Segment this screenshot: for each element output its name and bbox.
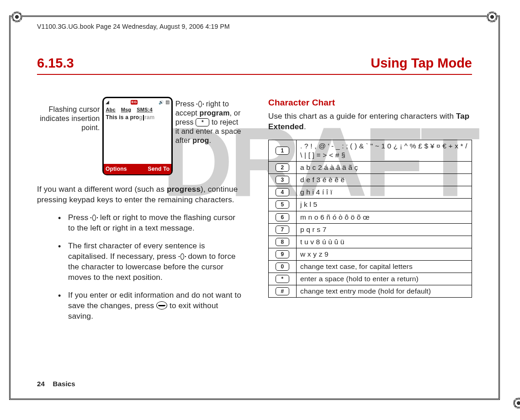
nav-icon <box>196 101 204 107</box>
keypad-key-icon: 3 <box>276 176 289 184</box>
table-row: 4g h i 4 í î ï <box>269 186 472 199</box>
keypad-key-icon: 5 <box>276 200 289 209</box>
list-item: If you enter or edit information and do … <box>48 290 243 322</box>
page-footer: 24 Basics <box>37 379 75 388</box>
status-right: ▥ <box>159 99 169 105</box>
phone-tab: SMS:4 <box>137 106 152 113</box>
binding-text: V1100.3G.UG.book Page 24 Wednesday, Augu… <box>37 23 230 30</box>
value-cell: p q r s 7 <box>297 223 472 236</box>
softkey-left: Options <box>106 165 138 173</box>
key-cell: 0 <box>269 261 297 273</box>
keypad-key-icon: 7 <box>276 226 289 234</box>
section-number: 6.15.3 <box>37 54 74 72</box>
table-row: 1. ? ! , @ ' - _ : ; ( ) & ` " ~ 1 0 ¿ ¡… <box>269 140 472 161</box>
corner-ornament <box>513 398 520 409</box>
left-column: Flashing cursor indicates insertion poin… <box>37 97 243 329</box>
key-cell: 7 <box>269 223 297 236</box>
value-cell: d e f 3 é è ê ë <box>297 174 472 186</box>
table-row: 0change text case, for capital letters <box>269 261 472 273</box>
keypad-key-icon: * <box>276 275 289 283</box>
text: Press <box>68 213 90 222</box>
keypad-key-icon: 2 <box>276 163 289 172</box>
value-cell: w x y z 9 <box>297 248 472 260</box>
key-cell: 8 <box>269 236 297 248</box>
end-call-icon <box>156 301 167 310</box>
value-cell: change text entry mode (hold for default… <box>297 285 472 298</box>
section-heading: 6.15.3 Using Tap Mode <box>37 54 472 72</box>
text: If you want a different word (such as <box>37 185 167 194</box>
keypad-key-icon: 8 <box>276 238 289 246</box>
heading-rule <box>37 74 472 75</box>
paragraph: If you want a different word (such as pr… <box>37 184 243 205</box>
annot-text: . <box>209 136 211 144</box>
phone-softkeys: Options Send To <box>104 164 171 174</box>
nav-icon <box>90 215 98 221</box>
table-row: 5j k l 5 <box>269 199 472 211</box>
table-row: 2a b c 2 á à â ä ã ç <box>269 161 472 173</box>
list-item: The first character of every sentence is… <box>48 241 243 283</box>
value-cell: a b c 2 á à â ä ã ç <box>297 161 472 173</box>
phone-message-area: This is a program <box>104 113 171 164</box>
key-cell: 2 <box>269 161 297 173</box>
bullet-list: Press left or right to move the flashing… <box>37 213 243 321</box>
predicted-char: g <box>139 114 143 121</box>
value-cell: g h i 4 í î ï <box>297 186 472 199</box>
value-cell: t u v 8 ú ù û ü <box>297 236 472 248</box>
predicted-suffix: ram <box>144 114 155 121</box>
list-item: Press left or right to move the flashing… <box>48 213 243 234</box>
bold-word: progress <box>167 185 201 194</box>
right-column: Character Chart Use this chart as a guid… <box>268 97 472 329</box>
value-cell: enter a space (hold to enter a return) <box>297 273 472 285</box>
table-row: *enter a space (hold to enter a return) <box>269 273 472 285</box>
key-cell: * <box>269 273 297 285</box>
page-number: 24 <box>37 380 45 388</box>
paragraph: Use this chart as a guide for entering c… <box>268 111 472 132</box>
speaker-icon <box>159 100 164 105</box>
character-chart-table: 1. ? ! , @ ' - _ : ; ( ) & ` " ~ 1 0 ¿ ¡… <box>268 140 472 298</box>
nav-icon <box>179 253 186 260</box>
signal-icon <box>106 99 109 105</box>
softkey-right: Send To <box>138 165 170 173</box>
table-row: 6m n o 6 ñ ó ò ô ö õ œ <box>269 211 472 223</box>
key-cell: # <box>269 285 297 298</box>
key-cell: 1 <box>269 140 297 161</box>
network-badge: EG <box>131 100 138 105</box>
key-cell: 3 <box>269 174 297 186</box>
keypad-key-icon: 0 <box>276 262 289 271</box>
phone-status-bar: EG ▥ <box>104 98 171 106</box>
star-key-icon: * <box>196 118 209 126</box>
keypad-key-icon: 1 <box>276 147 289 155</box>
value-cell: change text case, for capital letters <box>297 261 472 273</box>
footer-section: Basics <box>53 380 75 388</box>
key-cell: 6 <box>269 211 297 223</box>
section-title: Using Tap Mode <box>371 54 472 72</box>
value-cell: j k l 5 <box>297 199 472 211</box>
corner-ornament <box>487 11 498 22</box>
subheading: Character Chart <box>268 97 472 109</box>
keypad-key-icon: 9 <box>276 250 289 258</box>
value-cell: m n o 6 ñ ó ò ô ö õ œ <box>297 211 472 223</box>
binding-header: V1100.3G.UG.book Page 24 Wednesday, Augu… <box>37 21 472 31</box>
annotation-right: Press right to accept program, or press … <box>173 97 243 145</box>
bold-word: program <box>200 109 230 117</box>
annotation-left: Flashing cursor indicates insertion poin… <box>37 97 102 132</box>
table-row: 9w x y z 9 <box>269 248 472 260</box>
table-row: 7p q r s 7 <box>269 223 472 236</box>
annot-text: Press <box>175 100 196 108</box>
text: . <box>304 122 306 131</box>
message-text: This is a pro <box>106 114 139 121</box>
battery-icon: ▥ <box>165 100 170 105</box>
corner-ornament <box>11 11 22 22</box>
phone-tab: Msg <box>121 106 132 113</box>
key-cell: 5 <box>269 199 297 211</box>
table-row: 3d e f 3 é è ê ë <box>269 174 472 186</box>
table-row: 8t u v 8 ú ù û ü <box>269 236 472 248</box>
bold-word: prog <box>192 136 209 144</box>
keypad-key-icon: 4 <box>276 188 289 196</box>
keypad-key-icon: # <box>276 287 289 295</box>
phone-illustration: EG ▥ Abc Msg SMS:4 This is a program Opt… <box>102 97 172 175</box>
keypad-key-icon: 6 <box>276 213 289 221</box>
key-cell: 4 <box>269 186 297 199</box>
value-cell: . ? ! , @ ' - _ : ; ( ) & ` " ~ 1 0 ¿ ¡ … <box>297 140 472 161</box>
table-row: #change text entry mode (hold for defaul… <box>269 285 472 298</box>
